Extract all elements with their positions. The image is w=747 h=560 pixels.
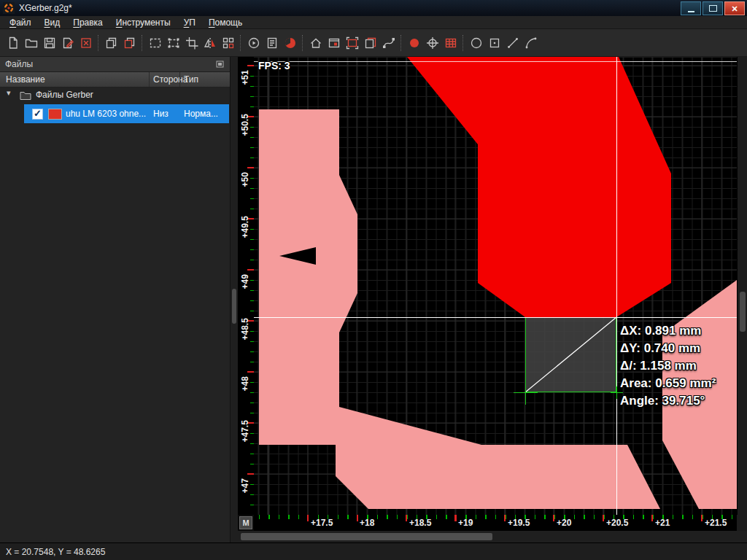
close-button[interactable] [724,1,745,15]
maximize-icon [709,5,717,12]
crop-button[interactable] [182,34,201,52]
ruler-label: +48 [241,362,250,392]
window-controls [681,1,747,15]
aperture-pie-button[interactable] [281,34,299,52]
toolbar-separator [302,35,303,51]
ruler-label: +18.5 [409,518,431,528]
tree-root-label: Файлы Gerber [36,90,93,100]
folder-icon [20,90,31,100]
new-file-icon [7,36,20,50]
layer-visibility-checkbox[interactable] [32,109,43,120]
tree-root-row[interactable]: Файлы Gerber [0,86,229,104]
menu-file[interactable]: Файл [3,17,38,28]
draw-arc-button[interactable] [522,34,540,52]
frame-button[interactable] [343,34,361,52]
save-button[interactable] [40,34,58,52]
array-button[interactable] [219,34,237,52]
measurement-readout: ΔX: 0.891 mm ΔY: 0.740 mm Δ/: 1.158 mm A… [620,322,737,410]
select-handles-icon [167,36,180,50]
run-button[interactable] [244,34,263,52]
measure-diagonal-length: Δ/: 1.158 mm [620,357,737,375]
gerber-file-row[interactable]: uhu LM 6203 ohne... Низ Норма... [0,104,229,123]
close-file-button[interactable] [77,34,95,52]
column-side[interactable]: Сторона [153,74,187,85]
column-type[interactable]: Тип [184,74,198,85]
ruler-label: +47 [241,464,250,494]
layer-color-swatch[interactable] [48,109,62,120]
ruler-label: +21 [655,518,670,528]
ruler-label: +20 [557,518,571,528]
layers-button[interactable] [361,34,379,52]
open-file-button[interactable] [22,34,40,52]
files-panel: Файлы Название Сторона Тип Файлы Gerber [0,57,231,542]
canvas-vscrollbar-right[interactable] [737,57,747,515]
canvas-hscrollbar[interactable] [231,531,747,542]
ruler-label: +49 [241,260,250,289]
home-button[interactable] [306,34,325,52]
toolbar-separator [240,35,241,51]
canvas-vscrollbar-left[interactable] [231,57,238,531]
hscrollbar-thumb[interactable] [241,533,492,540]
float-panel-icon[interactable] [216,61,225,69]
spline-button[interactable] [379,34,398,52]
report-button[interactable] [263,34,281,52]
flash-circle-button[interactable] [405,34,423,52]
copy-icon [105,36,118,50]
panel-icon [328,36,341,50]
ruler-label: +21.5 [705,518,727,528]
draw-pad-icon [488,36,501,50]
measure-dy: ΔY: 0.740 mm [620,340,737,357]
app-icon [3,2,15,14]
copy-button[interactable] [102,34,120,52]
files-panel-header: Файлы [0,57,230,72]
ruler-corner: M [238,515,254,531]
units-button[interactable]: M [239,516,252,529]
gerber-viewport[interactable]: FPS: 3 ΔX: 0.891 mm ΔY: 0.740 mm Δ/: 1.1… [254,57,737,515]
select-handles-button[interactable] [164,34,182,52]
toolbar-separator [98,35,99,51]
draw-line-button[interactable] [503,34,522,52]
vscrollbar-right-thumb[interactable] [740,292,746,332]
maximize-button[interactable] [703,1,723,15]
scrollbar-corner [737,515,747,531]
edit-file-button[interactable] [58,34,77,52]
aperture-pie-icon [284,36,297,50]
menubar: Файл Вид Правка Инструменты УП Помощь [0,16,747,29]
file-name: uhu LM 6203 ohne... [66,109,146,119]
center-cross-button[interactable] [423,34,441,52]
mirror-icon [204,36,217,50]
net-grid-button[interactable] [441,34,460,52]
array-icon [222,36,235,50]
minimize-button[interactable] [681,1,701,15]
select-rect-button[interactable] [146,34,164,52]
vscrollbar-left-thumb[interactable] [232,289,236,324]
expander-icon[interactable] [7,88,15,100]
export-icon [123,36,136,50]
files-columns-header: Название Сторона Тип [0,72,230,88]
draw-arc-icon [525,36,538,50]
close-file-icon [80,36,93,50]
menu-edit[interactable]: Правка [66,17,109,28]
toolbar-separator [462,35,464,51]
report-icon [266,36,279,50]
save-icon [43,36,56,50]
panel-button[interactable] [325,34,343,52]
menu-tools[interactable]: Инструменты [109,17,177,28]
mirror-button[interactable] [201,34,219,52]
export-button[interactable] [120,34,139,52]
column-separator[interactable] [179,72,180,87]
column-separator[interactable] [149,72,150,87]
column-name[interactable]: Название [6,74,45,85]
menu-cam[interactable]: УП [177,17,202,28]
vertical-ruler: +51 +50.5 +50 +49.5 +49 +48.5 +48 +47.5 … [238,57,254,515]
draw-pad-button[interactable] [485,34,503,52]
draw-circle-button[interactable] [467,34,485,52]
draw-circle-icon [470,36,483,50]
draw-line-icon [506,36,519,50]
new-file-button[interactable] [4,34,22,52]
ruler-label: +18 [360,518,374,528]
menu-view[interactable]: Вид [38,17,67,28]
menu-help[interactable]: Помощь [202,17,249,28]
measure-area: Area: 0.659 mm² [620,375,737,392]
file-type: Норма... [184,109,218,119]
